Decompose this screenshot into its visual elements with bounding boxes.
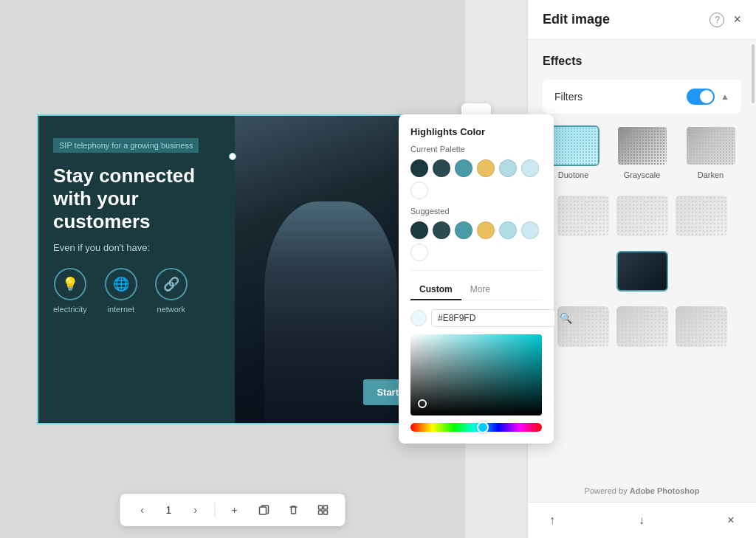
color-tabs: Custom More xyxy=(410,280,542,300)
suggested-swatch-4[interactable] xyxy=(477,221,495,239)
filter-darken[interactable]: Darken xyxy=(680,125,741,179)
svg-rect-4 xyxy=(324,511,328,514)
tab-custom[interactable]: Custom xyxy=(410,280,461,300)
bottom-toolbar: ‹ 1 › + xyxy=(120,494,346,526)
bottom-thumb-2 xyxy=(616,306,668,347)
prev-page-button[interactable]: ‹ xyxy=(132,500,153,520)
darken-label: Darken xyxy=(698,170,724,179)
suggested-swatch-6[interactable] xyxy=(521,221,539,239)
banner-image xyxy=(235,116,427,423)
resize-handle[interactable] xyxy=(229,153,236,160)
electricity-icon: 💡 xyxy=(54,268,86,300)
suggested-swatch-1[interactable] xyxy=(410,221,428,239)
add-page-button[interactable]: + xyxy=(224,500,245,520)
panel-bottom-nav: ↑ ↓ × xyxy=(527,502,756,538)
toggle-knob xyxy=(700,90,713,103)
grayscale-thumb xyxy=(616,125,668,166)
filters-chevron-icon[interactable]: ▲ xyxy=(721,92,729,102)
canvas-area: SIP telephony for a growing business Sta… xyxy=(0,0,465,538)
filter-extra-2[interactable] xyxy=(616,196,668,236)
filter-grayscale[interactable]: Grayscale xyxy=(611,125,673,179)
effects-title: Effects xyxy=(543,55,741,68)
copy-button[interactable] xyxy=(254,500,275,520)
filters-row: Filters ▲ xyxy=(543,80,741,114)
suggested-swatch-3[interactable] xyxy=(455,221,472,239)
page-number: 1 xyxy=(162,504,176,516)
panel-close-x-button[interactable]: × xyxy=(721,510,741,531)
more-filter-options xyxy=(543,188,741,244)
grayscale-label: Grayscale xyxy=(624,170,661,179)
thumbnail-selected[interactable] xyxy=(616,251,668,292)
delete-button[interactable] xyxy=(284,500,304,520)
suggested-swatch-5[interactable] xyxy=(499,221,517,239)
swatch-pale-blue[interactable] xyxy=(521,159,539,177)
toolbar-divider xyxy=(215,503,216,517)
internet-label: internet xyxy=(107,305,134,314)
powered-by: Powered by Adobe Photoshop xyxy=(528,483,756,498)
panel-header-right: ? × xyxy=(709,12,741,27)
grid-view-button[interactable] xyxy=(313,500,334,520)
banner-subtext: Even if you don't have: xyxy=(53,242,227,253)
svg-rect-2 xyxy=(324,506,328,509)
bottom-filter-options xyxy=(543,299,741,354)
swatch-light-blue[interactable] xyxy=(499,159,517,177)
darken-thumb xyxy=(685,125,737,166)
eyedropper-icon[interactable]: 🔍 xyxy=(560,312,572,324)
panel-title: Edit image xyxy=(543,12,610,27)
panel-down-button[interactable]: ↓ xyxy=(631,510,652,531)
close-panel-button[interactable]: × xyxy=(733,12,741,27)
color-picker-popup: Highlights Color Current Palette Suggest… xyxy=(399,114,554,444)
internet-icon: 🌐 xyxy=(105,268,137,300)
svg-rect-3 xyxy=(319,511,323,514)
swatch-white[interactable] xyxy=(410,182,428,199)
swatch-dark-teal[interactable] xyxy=(410,159,428,177)
hex-row: 🔍 xyxy=(410,309,542,327)
network-label: network xyxy=(157,305,186,314)
filters-label: Filters xyxy=(554,91,583,103)
svg-rect-0 xyxy=(260,507,267,514)
network-icon: 🔗 xyxy=(155,268,188,300)
banner-tag: SIP telephony for a growing business xyxy=(53,138,199,153)
filter-extra-3[interactable] xyxy=(676,196,727,236)
bottom-thumb-3 xyxy=(676,306,727,347)
thumbnail-row xyxy=(543,244,741,299)
filter-extra-1[interactable] xyxy=(557,196,609,236)
filters-toggle[interactable] xyxy=(687,89,715,105)
extra-thumb-2 xyxy=(616,196,668,236)
filter-bottom-3[interactable] xyxy=(676,306,727,347)
panel-up-button[interactable]: ↑ xyxy=(542,510,563,531)
swatch-dark-blue[interactable] xyxy=(433,159,450,177)
tab-more[interactable]: More xyxy=(461,280,499,300)
duotone-label: Duotone xyxy=(558,170,589,179)
hex-input[interactable] xyxy=(431,309,555,327)
scroll-bar[interactable] xyxy=(752,44,755,103)
suggested-label: Suggested xyxy=(410,207,542,215)
powered-brand: Adobe Photoshop xyxy=(630,486,700,495)
suggested-swatch-2[interactable] xyxy=(433,221,450,239)
electricity-label: electricity xyxy=(53,305,87,314)
filter-bottom-2[interactable] xyxy=(616,306,668,347)
help-icon[interactable]: ? xyxy=(709,13,724,27)
gradient-handle[interactable] xyxy=(418,399,427,408)
extra-thumb-3 xyxy=(676,196,727,236)
hue-slider[interactable] xyxy=(410,423,542,432)
swatch-teal[interactable] xyxy=(455,159,472,177)
icon-item-electricity: 💡 electricity xyxy=(53,268,87,314)
icon-item-internet: 🌐 internet xyxy=(105,268,137,314)
banner-content: SIP telephony for a growing business Sta… xyxy=(38,116,241,423)
banner-headline: Stay connected with your customers xyxy=(53,165,227,234)
color-gradient-picker[interactable] xyxy=(410,334,542,415)
hue-handle[interactable] xyxy=(477,421,489,433)
suggested-swatches xyxy=(410,221,542,261)
suggested-swatch-7[interactable] xyxy=(410,244,428,261)
swatch-gold[interactable] xyxy=(477,159,495,177)
extra-thumb-1 xyxy=(557,196,609,236)
filter-options: Duotone Grayscale Darken xyxy=(543,125,741,179)
hex-preview xyxy=(410,310,427,326)
next-page-button[interactable]: › xyxy=(185,500,206,520)
right-panel: Edit image ? × Effects Filters ▲ Duoto xyxy=(527,0,756,538)
panel-header: Edit image ? × xyxy=(528,0,756,40)
current-palette-swatches xyxy=(410,159,542,199)
banner-icons: 💡 electricity 🌐 internet 🔗 network xyxy=(53,268,227,314)
duotone-thumb xyxy=(548,125,599,166)
